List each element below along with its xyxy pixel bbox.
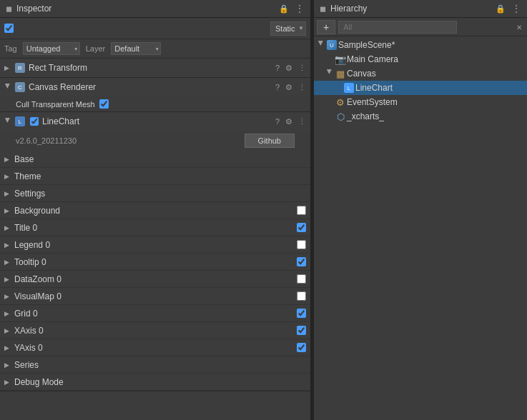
hierarchy-search-input[interactable]: [338, 21, 457, 34]
canvas-expand-icon: ▶: [326, 69, 333, 78]
static-dropdown[interactable]: Static: [270, 21, 306, 36]
prop-expand-icon: ▶: [4, 344, 13, 351]
prop-row[interactable]: ▶Background: [0, 202, 310, 219]
static-wrapper: Static ▼: [270, 21, 306, 36]
inspector-title: Inspector: [16, 4, 51, 14]
prop-row[interactable]: ▶Base: [0, 151, 310, 168]
prop-checkbox[interactable]: [297, 326, 306, 335]
prop-checkbox[interactable]: [297, 309, 306, 318]
linechart-title: LineChart: [42, 116, 272, 126]
prop-row[interactable]: ▶Tooltip 0: [0, 254, 310, 271]
prop-checkbox[interactable]: [297, 343, 306, 352]
tag-select[interactable]: Untagged: [23, 42, 80, 55]
xcharts-label: _xcharts_: [347, 111, 524, 121]
linechart-help-icon[interactable]: ?: [275, 117, 280, 126]
cull-checkbox[interactable]: [99, 99, 109, 109]
eventsystem-item[interactable]: ⚙ EventSystem: [314, 95, 527, 109]
inspector-header: ◼ Inspector 🔒 ⋮: [0, 0, 310, 18]
xcharts-item[interactable]: ⬡ _xcharts_: [314, 109, 527, 124]
rect-transform-menu-icon[interactable]: ⋮: [298, 64, 306, 73]
prop-label: Settings: [13, 189, 306, 199]
scene-item[interactable]: ▶ U SampleScene* ⋮: [314, 38, 527, 52]
prop-checkbox[interactable]: [297, 223, 306, 232]
canvas-renderer-settings-icon[interactable]: ⚙: [285, 83, 292, 92]
prop-label: XAxis 0: [13, 326, 297, 336]
linechart-tree-label: LineChart: [355, 83, 524, 93]
linechart-actions: ? ⚙ ⋮: [275, 117, 306, 126]
linechart-header[interactable]: ▶ L LineChart ? ⚙ ⋮: [0, 112, 310, 131]
prop-row[interactable]: ▶Settings: [0, 185, 310, 202]
inspector-content: LineChart Static ▼ Tag Untagged ▼ Laye: [0, 18, 310, 420]
canvas-renderer-menu-icon[interactable]: ⋮: [298, 83, 306, 92]
prop-row[interactable]: ▶YAxis 0: [0, 339, 310, 356]
prop-expand-icon: ▶: [4, 173, 13, 180]
linechart-tree-item[interactable]: L LineChart: [314, 81, 527, 95]
prop-row[interactable]: ▶DataZoom 0: [0, 271, 310, 288]
xcharts-icon: ⬡: [335, 111, 345, 121]
search-wrapper: ✕: [338, 21, 524, 34]
prop-row[interactable]: ▶Legend 0: [0, 236, 310, 254]
prop-checkbox[interactable]: [297, 240, 306, 249]
linechart-expand-icon: ▶: [4, 118, 11, 125]
prop-label: Series: [13, 360, 306, 370]
prop-row[interactable]: ▶VisualMap 0: [0, 288, 310, 305]
canvas-renderer-header[interactable]: ▶ C Canvas Renderer ? ⚙ ⋮: [0, 78, 310, 96]
canvas-renderer-help-icon[interactable]: ?: [275, 83, 280, 91]
prop-checkbox[interactable]: [297, 291, 306, 301]
prop-row[interactable]: ▶Debug Mode: [0, 374, 310, 391]
linechart-settings-icon[interactable]: ⚙: [285, 117, 292, 126]
hierarchy-lock-icon[interactable]: 🔒: [496, 4, 506, 14]
prop-expand-icon: ▶: [4, 207, 13, 214]
scene-expand-icon: ▶: [317, 41, 325, 49]
version-text: v2.6.0_20211230: [16, 136, 239, 145]
linechart-component-icon: L: [15, 116, 25, 126]
rect-transform-title: Rect Transform: [29, 63, 272, 73]
canvas-renderer-icon: C: [15, 82, 25, 92]
inspector-panel: ◼ Inspector 🔒 ⋮ LineChart Static ▼: [0, 0, 311, 420]
main-camera-item[interactable]: 📷 Main Camera ⋮: [314, 52, 527, 66]
tag-label: Tag: [4, 44, 17, 53]
prop-expand-icon: ▶: [4, 224, 13, 231]
linechart-enabled-checkbox[interactable]: [30, 117, 39, 126]
canvas-renderer-actions: ? ⚙ ⋮: [275, 83, 306, 92]
prop-row[interactable]: ▶Series: [0, 356, 310, 374]
github-button[interactable]: Github: [245, 134, 295, 148]
prop-checkbox[interactable]: [297, 274, 306, 284]
eventsystem-label: EventSystem: [347, 97, 524, 107]
prop-checkbox[interactable]: [297, 206, 306, 215]
hierarchy-title: Hierarchy: [330, 4, 367, 14]
hierarchy-header: ◼ Hierarchy 🔒 ⋮: [314, 0, 527, 18]
prop-row[interactable]: ▶Title 0: [0, 219, 310, 236]
rect-transform-section: ▶ R Rect Transform ? ⚙ ⋮: [0, 59, 310, 78]
hierarchy-menu-icon[interactable]: ⋮: [511, 3, 521, 14]
layer-select[interactable]: Default: [111, 42, 161, 55]
prop-label: Title 0: [13, 223, 297, 233]
object-enabled-checkbox[interactable]: [4, 24, 14, 33]
hierarchy-add-button[interactable]: +: [317, 20, 335, 34]
rect-transform-header[interactable]: ▶ R Rect Transform ? ⚙ ⋮: [0, 59, 310, 77]
prop-expand-icon: ▶: [4, 310, 13, 317]
hierarchy-toolbar: + ✕: [314, 18, 527, 36]
canvas-renderer-title: Canvas Renderer: [29, 82, 272, 92]
linechart-menu-icon[interactable]: ⋮: [298, 117, 306, 126]
linechart-section: ▶ L LineChart ? ⚙ ⋮ v2.6.0_20211230 Gith…: [0, 112, 310, 391]
canvas-renderer-section: ▶ C Canvas Renderer ? ⚙ ⋮ Cull Transpare…: [0, 78, 310, 112]
prop-expand-icon: ▶: [4, 259, 13, 266]
inspector-tab-icon: ◼: [6, 4, 12, 14]
prop-label: Theme: [13, 171, 306, 181]
prop-row[interactable]: ▶Grid 0: [0, 305, 310, 322]
rect-transform-help-icon[interactable]: ?: [275, 64, 280, 72]
prop-row[interactable]: ▶XAxis 0: [0, 322, 310, 339]
prop-row[interactable]: ▶Theme: [0, 168, 310, 185]
canvas-item[interactable]: ▶ ▦ Canvas ⋮: [314, 66, 527, 81]
prop-expand-icon: ▶: [4, 241, 13, 249]
rect-transform-settings-icon[interactable]: ⚙: [285, 64, 292, 73]
inspector-lock-icon[interactable]: 🔒: [279, 4, 289, 14]
canvas-label: Canvas: [347, 69, 515, 79]
prop-checkbox[interactable]: [297, 257, 306, 266]
object-name-input[interactable]: LineChart: [18, 21, 266, 35]
scene-icon: U: [327, 40, 337, 50]
prop-label: Background: [13, 206, 297, 216]
inspector-menu-icon[interactable]: ⋮: [295, 3, 305, 14]
prop-label: Base: [13, 154, 306, 164]
